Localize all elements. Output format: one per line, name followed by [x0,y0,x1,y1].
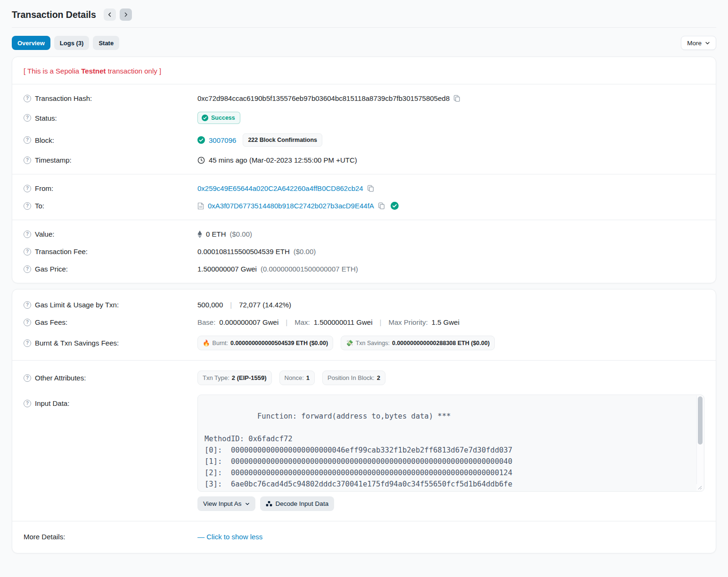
tab-overview[interactable]: Overview [12,36,50,50]
input-data-label: Input Data: [35,399,69,407]
burnt-fee-badge-label: Burnt: [213,340,228,346]
more-details-row: More Details: — Click to show less [24,528,704,545]
decode-input-data-button[interactable]: Decode Input Data [260,496,335,511]
status-label: Status: [35,114,57,122]
block-value-group: 3007096 222 Block Confirmations [197,133,704,147]
help-icon[interactable]: ? [24,231,31,238]
transaction-hash-row: ? Transaction Hash: 0xc72d984ccac6190b5f… [24,90,704,107]
testnet-warning-suffix: transaction only ] [106,67,162,75]
nonce-badge-label: Nonce: [285,374,304,381]
cubes-icon [266,501,272,507]
transaction-details-page: Transaction Details Overview Logs (3) St… [0,0,728,553]
transaction-fee-row: ? Transaction Fee: 0.000108115500504539 … [24,243,704,260]
nonce-badge-value: 1 [306,374,310,381]
view-input-as-button[interactable]: View Input As [197,496,255,511]
status-badge-label: Success [211,115,235,121]
show-less-link[interactable]: — Click to show less [197,533,262,541]
help-icon[interactable]: ? [24,95,31,102]
help-icon[interactable]: ? [24,339,31,347]
input-data-row: ? Input Data: Function: forward(address … [24,390,704,516]
value-usd: ($0.00) [230,230,253,238]
help-icon[interactable]: ? [24,400,31,407]
input-data-textarea[interactable]: Function: forward(address to,bytes data)… [197,395,704,492]
tab-state[interactable]: State [93,36,119,50]
copy-icon [453,95,460,102]
testnet-warning-section: [ This is a Sepolia Testnet transaction … [12,57,716,84]
transaction-fee-label: Transaction Fee: [35,247,88,256]
burnt-fees-row: ? Burnt & Txn Savings Fees: 🔥 Burnt: 0.0… [24,331,704,355]
help-icon[interactable]: ? [24,265,31,273]
help-icon[interactable]: ? [24,157,31,164]
testnet-warning-prefix: [ This is a Sepolia [24,67,81,75]
help-icon[interactable]: ? [24,202,31,210]
gas-fees-label: Gas Fees: [35,318,67,326]
details-card: ? Gas Limit & Usage by Txn: 500,000 | 72… [12,289,716,553]
gas-price-row: ? Gas Price: 1.500000007 Gwei (0.0000000… [24,260,704,278]
gas-fees-value-group: Base: 0.000000007 Gwei | Max: 1.50000001… [197,318,704,326]
tabs-group: Overview Logs (3) State [12,36,119,50]
to-address-link[interactable]: 0xA3f07D6773514480b918C2742b027b3acD9E44… [208,202,374,210]
from-row: ? From: 0x259c49E65644a020C2A642260a4ffB… [24,180,704,197]
position-in-block-badge: Position In Block: 2 [322,371,385,385]
transaction-fee-amount: 0.000108115500504539 ETH [197,247,290,256]
help-icon[interactable]: ? [24,248,31,256]
attributes-input-section: ? Other Attributes: Txn Type: 2 (EIP-155… [12,360,716,521]
help-icon[interactable]: ? [24,319,31,326]
burnt-fees-value-group: 🔥 Burnt: 0.000000000000504539 ETH ($0.00… [197,336,704,350]
from-address-link[interactable]: 0x259c49E65644a020C2A642260a4ffB0CD862cb… [197,184,363,192]
more-dropdown-button[interactable]: More [681,36,716,50]
help-icon[interactable]: ? [24,114,31,122]
to-label-group: ? To: [24,202,197,210]
help-icon[interactable]: ? [24,185,31,192]
more-details-section: More Details: — Click to show less [12,521,716,553]
block-label-group: ? Block: [24,136,197,144]
from-label: From: [35,184,53,192]
nonce-badge: Nonce: 1 [279,371,315,385]
gas-price-amount: 1.500000007 Gwei [197,265,257,273]
block-number-link[interactable]: 3007096 [209,136,236,144]
input-data-label-group: ? Input Data: [24,395,197,407]
contract-file-icon [197,202,204,210]
max-priority-fee-value: 1.5 Gwei [432,318,459,326]
more-details-label-group: More Details: [24,533,197,541]
timestamp-label-group: ? Timestamp: [24,156,197,164]
copy-from-address-button[interactable] [367,185,374,192]
to-value-group: 0xA3f07D6773514480b918C2742b027b3acD9E44… [197,202,704,210]
help-icon[interactable]: ? [24,374,31,382]
scrollbar-thumb[interactable] [698,396,703,445]
to-row: ? To: 0xA3f07D6773514480b918C2742b027b3a… [24,197,704,214]
from-label-group: ? From: [24,184,197,192]
previous-transaction-button[interactable] [104,8,116,21]
input-data-actions: View Input As Decode Input Data [197,496,704,511]
tab-logs[interactable]: Logs (3) [54,36,90,50]
transaction-fee-usd: ($0.00) [294,247,316,256]
help-icon[interactable]: ? [24,301,31,309]
other-attributes-row: ? Other Attributes: Txn Type: 2 (EIP-155… [24,366,704,390]
testnet-warning-bold: Testnet [81,67,106,75]
from-to-section: ? From: 0x259c49E65644a020C2A642260a4ffB… [12,174,716,220]
burnt-fees-label-group: ? Burnt & Txn Savings Fees: [24,339,197,347]
chevron-down-icon [705,41,710,46]
copy-icon [367,185,374,192]
next-transaction-button[interactable] [120,8,132,21]
chevron-down-icon [245,502,250,506]
decode-input-data-label: Decode Input Data [276,500,329,507]
gas-limit-value-group: 500,000 | 72,077 (14.42%) [197,301,704,309]
copy-to-address-button[interactable] [378,202,385,209]
max-fee-value: 1.500000011 Gwei [314,318,373,326]
other-attributes-value-group: Txn Type: 2 (EIP-1559) Nonce: 1 Position… [197,371,704,385]
value-amount: 0 ETH [206,230,226,238]
input-data-value-group: Function: forward(address to,bytes data)… [197,395,704,511]
help-icon[interactable]: ? [24,136,31,144]
timestamp-row: ? Timestamp: 45 mins ago (Mar-02-2023 12… [24,151,704,169]
value-value-group: 0 ETH ($0.00) [197,230,704,238]
burnt-fees-label: Burnt & Txn Savings Fees: [35,339,119,347]
transaction-hash-value-group: 0xc72d984ccac6190b5f135576eb97b03604bc81… [197,94,704,102]
value-row: ? Value: 0 ETH ($0.00) [24,225,704,243]
gas-price-label-group: ? Gas Price: [24,265,197,273]
copy-transaction-hash-button[interactable] [453,95,460,102]
resize-handle-icon[interactable] [696,484,703,491]
timestamp-value: 45 mins ago (Mar-02-2023 12:55:00 PM +UT… [209,156,357,164]
view-input-as-label: View Input As [203,500,242,507]
status-row: ? Status: Success [24,107,704,129]
